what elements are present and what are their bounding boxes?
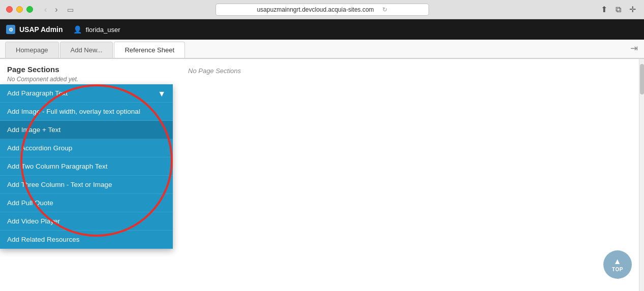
dropdown-menu: Add Paragraph Text ▼ Add Image - Full wi… [0, 84, 173, 249]
share-icon[interactable]: ⬆ [599, 3, 609, 16]
dropdown-expand-icon: ▼ [158, 89, 166, 99]
page-sections-title: Page Sections [7, 65, 171, 74]
admin-logo[interactable]: ⚙ USAP Admin [6, 25, 63, 34]
add-tab-icon[interactable]: ✛ [627, 3, 638, 16]
admin-bar: ⚙ USAP Admin 👤 florida_user [0, 19, 644, 40]
minimize-button[interactable] [16, 6, 23, 13]
traffic-lights [6, 6, 33, 13]
usap-logo-icon: ⚙ [6, 25, 15, 34]
scrollbar-thumb[interactable] [640, 64, 644, 94]
dropdown-item-pull-quote[interactable]: Add Pull Quote [0, 194, 173, 212]
page-sections-subtitle: No Component added yet. [7, 76, 171, 83]
scrollbar-track[interactable] [639, 59, 644, 291]
tab-homepage[interactable]: Homepage [5, 42, 59, 58]
right-content: No Page Sections [178, 59, 644, 291]
dropdown-item-accordion-group[interactable]: Add Accordion Group [0, 139, 173, 157]
admin-user-label: florida_user [86, 26, 120, 34]
url-text: usapuzmainngrt.devcloud.acquia-sites.com [257, 6, 374, 13]
back-to-top-arrow-icon: ▲ [614, 257, 622, 266]
user-icon: 👤 [73, 25, 82, 34]
close-button[interactable] [6, 6, 13, 13]
forward-button[interactable]: › [52, 4, 60, 15]
main-content: Page Sections No Component added yet. Ad… [0, 59, 644, 291]
dropdown-item-three-column[interactable]: Add Three Column - Text or Image [0, 176, 173, 194]
window-view-button[interactable]: ▭ [65, 5, 76, 15]
dropdown-item-video-player[interactable]: Add Video Player [0, 212, 173, 231]
nav-arrows: ‹ › [41, 4, 61, 15]
reload-icon[interactable]: ↻ [382, 6, 387, 13]
back-to-top-button[interactable]: ▲ TOP [603, 250, 632, 279]
duplicate-icon[interactable]: ⧉ [614, 3, 623, 16]
dropdown-item-full-width-image[interactable]: Add Image - Full width, overlay text opt… [0, 103, 173, 121]
left-panel: Page Sections No Component added yet. Ad… [0, 59, 178, 291]
page-sections-header: Page Sections No Component added yet. [0, 59, 178, 85]
dropdown-item-related-resources[interactable]: Add Related Resources [0, 231, 173, 249]
url-bar[interactable]: usapuzmainngrt.devcloud.acquia-sites.com… [216, 4, 429, 16]
admin-user[interactable]: 👤 florida_user [73, 25, 120, 34]
maximize-button[interactable] [26, 6, 33, 13]
dropdown-item-two-column[interactable]: Add Two Column Paragraph Text [0, 157, 173, 176]
tab-reference-sheet[interactable]: Reference Sheet [114, 42, 185, 58]
empty-message: No Page Sections [188, 67, 241, 75]
title-bar-right: ⬆ ⧉ ✛ [599, 3, 638, 16]
tab-add-new[interactable]: Add New... [60, 42, 113, 58]
tab-bar: Homepage Add New... Reference Sheet ⇥ [0, 40, 644, 59]
tab-bar-right: ⇥ [630, 39, 644, 58]
dropdown-item-paragraph-text[interactable]: Add Paragraph Text ▼ [0, 84, 173, 103]
sidebar-toggle-icon[interactable]: ⇥ [630, 43, 638, 54]
back-to-top-label: TOP [612, 267, 623, 272]
admin-logo-label: USAP Admin [19, 25, 63, 34]
back-button[interactable]: ‹ [41, 4, 50, 15]
dropdown-item-image-text[interactable]: Add Image + Text [0, 121, 173, 139]
title-bar: ‹ › ▭ usapuzmainngrt.devcloud.acquia-sit… [0, 0, 644, 19]
